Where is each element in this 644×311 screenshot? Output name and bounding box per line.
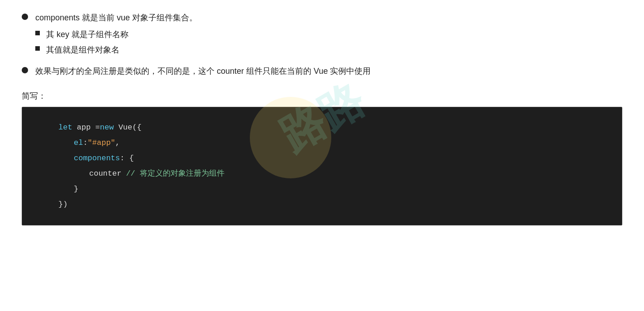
bullet-text-1: components 就是当前 vue 对象子组件集合。	[35, 13, 197, 22]
code-kw-new: new	[100, 120, 114, 135]
main-bullet-list: components 就是当前 vue 对象子组件集合。 其 key 就是子组件…	[22, 11, 622, 78]
code-block: let app = new Vue({ el : "#app" , compon…	[22, 107, 622, 225]
code-close-paren: })	[58, 197, 67, 212]
code-colon-2: :	[83, 135, 87, 151]
code-comma-2: ,	[115, 135, 120, 151]
code-line-6: })	[58, 197, 604, 212]
code-line-3: components : {	[58, 151, 604, 166]
bullet-item-1: components 就是当前 vue 对象子组件集合。 其 key 就是子组件…	[22, 11, 622, 59]
code-close-brace: }	[74, 182, 78, 197]
sub-item-1: 其 key 就是子组件名称	[35, 28, 622, 42]
code-kw-let: let	[58, 120, 72, 135]
sub-text-2: 其值就是组件对象名	[46, 43, 119, 57]
sub-item-2: 其值就是组件对象名	[35, 43, 622, 57]
code-line-4: counter // 将定义的对象注册为组件	[58, 166, 604, 182]
sub-bullet-sq-1	[35, 31, 40, 35]
code-counter: counter	[89, 166, 121, 182]
code-line-5: }	[58, 182, 604, 197]
page-content: 路路 components 就是当前 vue 对象子组件集合。 其 key 就是…	[22, 11, 622, 225]
code-line-1: let app = new Vue({	[58, 120, 604, 135]
code-app-eq: app =	[72, 120, 100, 135]
code-components-key: components	[74, 151, 120, 166]
code-line-2: el : "#app" ,	[58, 135, 604, 151]
sub-list-1: 其 key 就是子组件名称 其值就是组件对象名	[35, 28, 622, 57]
section-label: 简写：	[22, 91, 622, 101]
bullet-item-2: 效果与刚才的全局注册是类似的，不同的是，这个 counter 组件只能在当前的 …	[22, 64, 622, 78]
bullet-text-2: 效果与刚才的全局注册是类似的，不同的是，这个 counter 组件只能在当前的 …	[35, 67, 371, 76]
bullet-dot-2	[22, 67, 28, 73]
code-app-string: "#app"	[88, 135, 115, 151]
code-vue-open: Vue({	[114, 120, 141, 135]
code-comment: // 将定义的对象注册为组件	[126, 166, 224, 182]
code-el-key: el	[74, 135, 83, 151]
bullet-dot-1	[22, 14, 28, 20]
code-colon-3: : {	[120, 151, 134, 166]
sub-bullet-sq-2	[35, 46, 40, 51]
sub-text-1: 其 key 就是子组件名称	[46, 28, 129, 42]
